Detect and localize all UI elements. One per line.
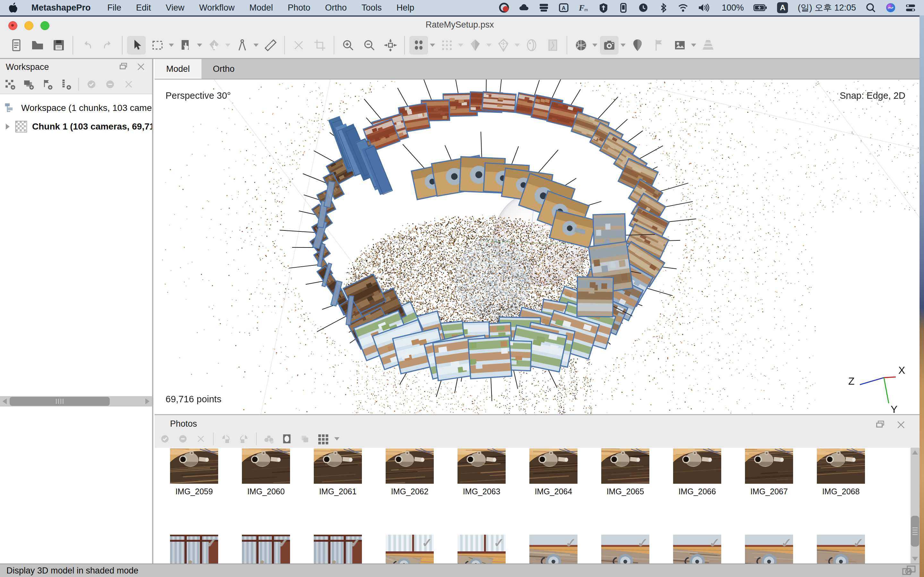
tab-ortho[interactable]: Ortho	[202, 59, 246, 79]
photo-thumbnail-image[interactable]	[314, 448, 362, 484]
cursor-tool-button[interactable]	[127, 36, 145, 55]
navigation-hand-button[interactable]	[176, 36, 195, 55]
remove-button[interactable]	[177, 433, 189, 445]
photo-thumbnail[interactable]	[745, 448, 793, 484]
dense-cloud-button[interactable]	[438, 36, 456, 55]
photo-thumbnail[interactable]: ✓	[457, 535, 506, 564]
add-scalebar-button[interactable]	[60, 78, 72, 90]
model-shaded-dropdown-arrow[interactable]	[486, 44, 491, 47]
mask-button[interactable]	[281, 433, 292, 445]
texture-button[interactable]	[543, 36, 562, 55]
siri-icon[interactable]	[885, 3, 896, 13]
model-shaded-button[interactable]	[466, 36, 485, 55]
ruler-button[interactable]	[261, 36, 280, 55]
point-cloud-button[interactable]	[409, 36, 428, 55]
thumbnail-grid-button[interactable]	[317, 433, 328, 445]
menubar-clock[interactable]: (일) 오후 12:05	[798, 2, 856, 13]
menu-workflow[interactable]: Workflow	[199, 3, 235, 13]
add-chunk-button[interactable]	[4, 78, 16, 90]
search-icon[interactable]	[866, 3, 876, 13]
menu-ortho[interactable]: Ortho	[325, 3, 347, 13]
model-wireframe-dropdown-arrow[interactable]	[515, 44, 520, 47]
rectangle-select-dropdown-arrow[interactable]	[169, 44, 174, 47]
save-button[interactable]	[49, 36, 68, 55]
scrollbar-thumb[interactable]	[10, 397, 110, 406]
photo-thumbnail-image[interactable]	[242, 448, 290, 484]
point-cloud-dropdown-arrow[interactable]	[430, 44, 435, 47]
scroll-right-arrow[interactable]	[145, 398, 150, 404]
photo-thumbnail[interactable]: ✓	[817, 535, 865, 564]
photo-thumbnail-image[interactable]	[529, 448, 577, 484]
menu-file[interactable]: File	[107, 3, 121, 13]
delete-item-button[interactable]	[195, 433, 207, 445]
photo-thumbnail[interactable]	[457, 448, 506, 484]
crop-button[interactable]	[310, 36, 329, 55]
stack-icon[interactable]	[539, 3, 549, 13]
workspace-horizontal-scrollbar[interactable]	[0, 396, 152, 406]
photo-thumbnail-image[interactable]	[601, 448, 649, 484]
placemark-button[interactable]	[628, 36, 647, 55]
battery-icon[interactable]	[753, 3, 767, 13]
rotate-left-button[interactable]	[220, 433, 232, 445]
photo-thumbnail-image[interactable]	[673, 448, 721, 484]
resize-grip[interactable]	[902, 566, 916, 576]
overlay-button[interactable]	[299, 433, 310, 445]
add-marker-button[interactable]	[41, 78, 53, 90]
menu-edit[interactable]: Edit	[136, 3, 151, 13]
tiled-model-button[interactable]	[522, 36, 541, 55]
photo-thumbnail[interactable]	[817, 448, 865, 484]
zoom-in-button[interactable]	[339, 36, 357, 55]
screen-a-icon[interactable]: A	[559, 3, 569, 13]
app-menu-name[interactable]: MetashapePro	[31, 3, 91, 13]
workspace-float-button[interactable]	[119, 62, 129, 72]
rectangle-select-button[interactable]	[148, 36, 167, 55]
photo-thumbnail[interactable]: ✓	[673, 535, 721, 564]
scroll-left-arrow[interactable]	[3, 398, 7, 404]
photo-thumbnail-image[interactable]	[745, 448, 793, 484]
scrollbar-thumb[interactable]	[911, 516, 919, 546]
bluetooth-icon[interactable]	[658, 3, 668, 13]
photos-vertical-scrollbar[interactable]	[911, 448, 919, 564]
scroll-down-arrow[interactable]	[912, 557, 918, 561]
photo-thumbnail[interactable]: ✓	[745, 535, 793, 564]
rotate-right-button[interactable]	[238, 433, 250, 445]
accept-button[interactable]	[159, 433, 171, 445]
menu-photo[interactable]: Photo	[288, 3, 310, 13]
globe-button[interactable]	[572, 36, 590, 55]
menu-help[interactable]: Help	[397, 3, 415, 13]
tab-model[interactable]: Model	[155, 59, 202, 79]
photo-thumbnail-image[interactable]	[817, 448, 865, 484]
cloud-icon[interactable]	[519, 3, 529, 13]
photo-thumbnail[interactable]	[529, 448, 577, 484]
measure-dividers-button[interactable]	[233, 36, 252, 55]
workspace-close-button[interactable]	[136, 62, 146, 72]
photo-thumbnail[interactable]	[170, 448, 218, 484]
fn-icon[interactable]: Fm	[578, 3, 589, 13]
menu-tools[interactable]: Tools	[362, 3, 382, 13]
accept-button[interactable]	[86, 78, 97, 90]
delete-item-button[interactable]	[123, 78, 135, 90]
shutter-icon[interactable]	[499, 3, 509, 13]
show-cameras-dropdown-arrow[interactable]	[620, 44, 626, 47]
measure-dividers-dropdown-arrow[interactable]	[254, 44, 258, 47]
photo-thumbnail[interactable]	[601, 448, 649, 484]
photo-thumbnail[interactable]: ✓	[242, 535, 290, 564]
photo-thumbnail-image[interactable]	[170, 448, 218, 484]
model-viewport-canvas[interactable]	[155, 79, 919, 414]
photo-thumbnail[interactable]: ✓	[386, 535, 434, 564]
photo-thumbnail[interactable]	[242, 448, 290, 484]
photo-thumbnail[interactable]: ✓	[314, 535, 362, 564]
photo-thumbnail[interactable]	[386, 448, 434, 484]
add-photos-button[interactable]	[23, 78, 35, 90]
tree-item-workspace[interactable]: Workspace (1 chunks, 103 cameras	[0, 99, 152, 117]
dem-layers-button[interactable]	[699, 36, 717, 55]
remove-button[interactable]	[104, 78, 116, 90]
zoom-out-button[interactable]	[360, 36, 379, 55]
photo-thumbnail[interactable]: ✓	[529, 535, 577, 564]
clock-icon[interactable]	[638, 3, 648, 13]
photo-thumbnail-image[interactable]	[386, 448, 434, 484]
wifi-icon[interactable]	[678, 3, 688, 13]
dense-cloud-dropdown-arrow[interactable]	[458, 44, 463, 47]
model-viewport[interactable]: Perspective 30° Snap: Edge, 2D 69,716 po…	[155, 79, 919, 414]
tree-item-chunk[interactable]: Chunk 1 (103 cameras, 69,716	[0, 117, 152, 136]
